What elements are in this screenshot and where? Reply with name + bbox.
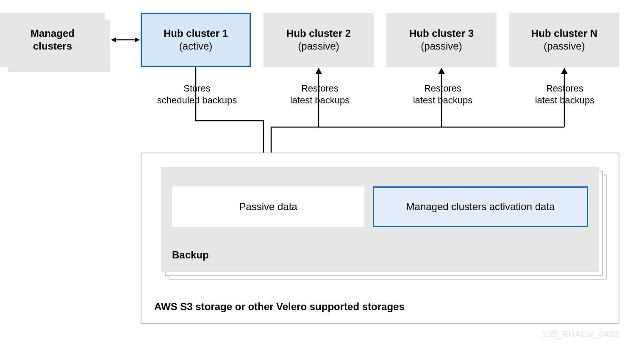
- passive-data-label: Passive data: [239, 201, 297, 213]
- activation-data-box: Managed clusters activation data: [373, 186, 588, 227]
- svg-marker-7: [438, 68, 445, 74]
- backup-label: Backup: [172, 249, 209, 261]
- passive-data-box: Passive data: [172, 186, 364, 227]
- watermark: 235_RHACM_0422: [542, 330, 619, 339]
- storage-caption: AWS S3 storage or other Velero supported…: [154, 301, 405, 313]
- activation-data-label: Managed clusters activation data: [406, 201, 555, 213]
- svg-marker-5: [315, 68, 322, 74]
- svg-marker-9: [561, 68, 568, 74]
